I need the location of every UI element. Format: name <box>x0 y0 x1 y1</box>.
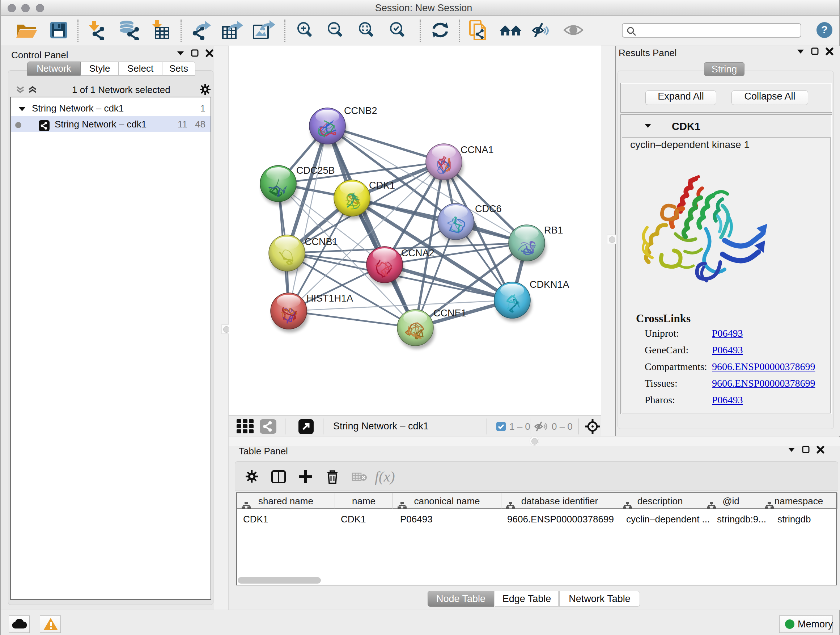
svg-text:CCNB1: CCNB1 <box>305 236 338 247</box>
svg-text:CDKN1A: CDKN1A <box>530 279 569 290</box>
svg-text:?: ? <box>821 24 828 35</box>
svg-text:CCNB2: CCNB2 <box>344 105 377 116</box>
svg-text:CDC6: CDC6 <box>475 203 502 214</box>
svg-text:CCNA1: CCNA1 <box>461 144 494 155</box>
svg-text:CDC25B: CDC25B <box>296 165 335 176</box>
svg-text:CDK1: CDK1 <box>369 180 395 191</box>
svg-text:HIST1H1A: HIST1H1A <box>306 293 353 304</box>
svg-text:RB1: RB1 <box>544 225 563 236</box>
svg-text:CCNA2: CCNA2 <box>401 248 434 258</box>
svg-text:CCNE1: CCNE1 <box>433 308 467 318</box>
